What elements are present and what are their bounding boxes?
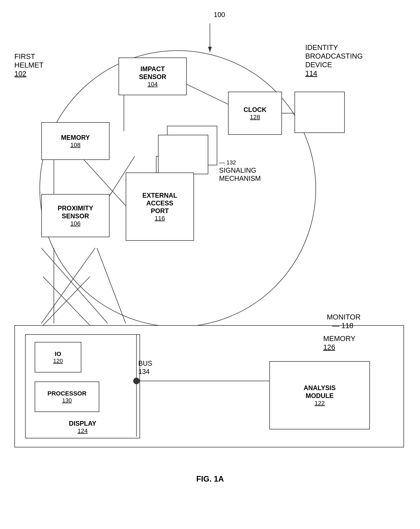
clock-box: CLOCK 128 — [228, 92, 282, 135]
processor-ref: 130 — [62, 397, 72, 404]
external-access-port-box: EXTERNALACCESSPORT 116 — [126, 172, 194, 241]
clock-ref: 128 — [250, 114, 260, 120]
proximity-sensor-box: PROXIMITYSENSOR 106 — [41, 194, 110, 237]
display-ref: 124 — [77, 427, 88, 434]
proximity-sensor-ref: 106 — [70, 220, 81, 227]
processor-box: PROCESSOR 130 — [35, 382, 99, 412]
proximity-sensor-title: PROXIMITYSENSOR — [58, 204, 93, 220]
identity-broadcasting-label: IDENTITYBROADCASTINGDEVICE 114 — [305, 43, 363, 78]
fig-caption: FIG. 1A — [162, 474, 259, 483]
diagram: 100 FIRSTHELMET 102 IDENTITYBROADCASTING… — [0, 0, 420, 529]
eap-ref: 116 — [155, 215, 165, 222]
processor-title: PROCESSOR — [47, 390, 86, 397]
memory-helmet-title: MEMORY — [61, 134, 90, 141]
io-box: IO 120 — [35, 342, 81, 372]
io-title: IO — [55, 350, 61, 357]
io-ref: 120 — [53, 357, 63, 364]
eap-title: EXTERNALACCESSPORT — [142, 192, 177, 215]
display-title: DISPLAY — [69, 420, 96, 427]
analysis-module-box: ANALYSISMODULE 122 — [269, 361, 370, 429]
memory-helmet-box: MEMORY 108 — [41, 122, 110, 160]
impact-sensor-box: IMPACTSENSOR 104 — [118, 57, 187, 95]
signaling-mechanism-label: — 132 SIGNALINGMECHANISM — [219, 158, 261, 183]
signaling-front-box — [158, 135, 208, 174]
clock-title: CLOCK — [243, 106, 267, 114]
memory-helmet-ref: 108 — [70, 141, 81, 148]
first-helmet-label: FIRSTHELMET 102 — [14, 52, 43, 78]
monitor-label: MONITOR — 118 — [327, 313, 361, 330]
ibd-box — [294, 92, 345, 133]
impact-sensor-title: IMPACTSENSOR — [139, 65, 166, 80]
analysis-module-title: ANALYSISMODULE — [304, 384, 336, 399]
bus-label: BUS 134 — [138, 359, 152, 376]
ref-100-label: 100 — [214, 11, 225, 19]
memory-monitor-label: MEMORY 126 — [323, 334, 355, 351]
impact-sensor-ref: 104 — [148, 81, 158, 88]
analysis-module-ref: 122 — [315, 400, 325, 407]
left-sub-box: IO 120 PROCESSOR 130 DISPLAY 124 — [25, 334, 140, 438]
